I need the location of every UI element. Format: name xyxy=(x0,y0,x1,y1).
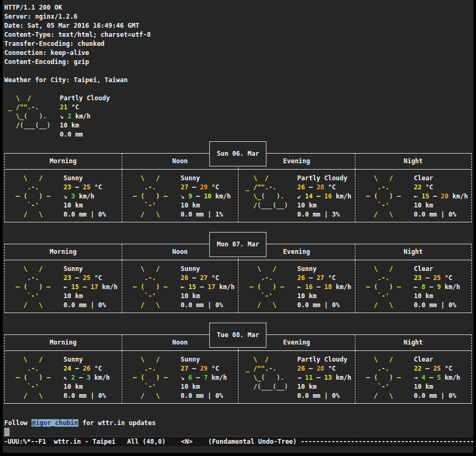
sunny-icon: \ / .-. – ( ) – `-' / \ xyxy=(359,265,414,310)
temperature-range: 22 – 25 °C xyxy=(414,364,461,373)
condition: Partly Cloudy xyxy=(297,355,351,364)
weather-detail-lines: Sunny23 – 25 °C← 15 – 17 km/h10 km0.0 mm… xyxy=(64,265,117,310)
condition: Sunny xyxy=(297,265,351,274)
sunny-icon: \ / .-. – ( ) – `-' / \ xyxy=(359,355,414,401)
precipitation: 0.0 mm | 3% xyxy=(297,210,351,219)
forecast-cell-noon: \ / .-. – ( ) – `-' / \Sunny27 – 29 °C↘ … xyxy=(122,170,239,222)
precipitation: 0.0 mm | 0% xyxy=(181,391,227,401)
emacs-modeline: -UUU:%*--F1 wttr.in - Taipei All (48,0) … xyxy=(3,436,473,446)
sunny-icon: \ / .-. – ( ) – `-' / \ xyxy=(125,174,181,219)
forecast-cell-morning: \ / .-. – ( ) – `-' / \Sunny23 – 25 °C← … xyxy=(5,260,122,313)
column-header-morning: Morning xyxy=(5,335,122,350)
forecast-cell-evening: \ / _ /"".-. \_( ). /(___(__)Partly Clou… xyxy=(238,170,355,222)
wind: ← 8 – 9 km/h xyxy=(414,283,461,292)
precipitation: 0.0 mm | 0% xyxy=(414,391,461,401)
weather-detail-lines: Sunny27 – 29 °C↘ 6 – 7 km/h10 km0.0 mm |… xyxy=(181,355,227,401)
sunny-icon: \ / .-. – ( ) – `-' / \ xyxy=(359,174,414,219)
precipitation: 0.0 mm | 0% xyxy=(414,210,468,219)
twitter-link[interactable]: @igor_chubin xyxy=(31,419,79,427)
wind: → 4 – 5 km/h xyxy=(414,373,461,382)
column-header-night: Night xyxy=(355,154,472,169)
precipitation: 0.0 mm | 1% xyxy=(181,210,231,219)
visibility: 10 km xyxy=(297,292,351,301)
condition: Clear xyxy=(414,355,461,364)
terminal-window: HTTP/1.1 200 OK Server: nginx/1.2.6 Date… xyxy=(3,0,473,453)
condition: Sunny xyxy=(181,355,227,364)
footer-text-pre: Follow xyxy=(4,419,31,427)
current-weather-details: Partly Cloudy21 °C↘ 2 km/h10 km0.0 mm xyxy=(60,94,110,139)
precipitation: 0.0 mm | 0% xyxy=(414,301,461,310)
condition: Sunny xyxy=(181,174,231,183)
temperature-range: 23 – 25 °C xyxy=(64,183,106,192)
visibility: 10 km xyxy=(181,292,235,301)
wind: ↘ 6 – 7 km/h xyxy=(181,373,227,382)
sunny-icon: \ / .-. – ( ) – `-' / \ xyxy=(125,265,181,310)
forecast-cell-night: \ / .-. – ( ) – `-' / \Clear23 – 25 °C← … xyxy=(355,260,472,313)
forecast-cell-noon: \ / .-. – ( ) – `-' / \Sunny26 – 27 °C← … xyxy=(122,260,239,313)
weather-detail-lines: Partly Cloudy26 – 28 °C↙ 14 – 16 km/h10 … xyxy=(297,174,351,219)
day-label: Tue 08. Mar xyxy=(209,323,266,348)
temperature-range: 26 – 28 °C xyxy=(297,183,351,192)
condition: Partly Cloudy xyxy=(60,94,110,103)
weather-detail-lines: Clear22 °C← 15 – 20 km/h10 km0.0 mm | 0% xyxy=(414,174,468,219)
condition: Partly Cloudy xyxy=(297,174,351,183)
visibility: 10 km xyxy=(297,201,351,210)
forecast-body-row: \ / .-. – ( ) – `-' / \Sunny23 – 25 °C↘ … xyxy=(5,170,471,222)
column-header-morning: Morning xyxy=(5,154,122,169)
precipitation: 0.0 mm | 0% xyxy=(297,391,351,401)
visibility: 10 km xyxy=(60,121,110,130)
visibility: 10 km xyxy=(64,201,106,210)
weather-detail-lines: Sunny27 – 29 °C↘ 9 – 10 km/h10 km0.0 mm … xyxy=(181,174,231,219)
column-header-night: Night xyxy=(355,335,472,350)
day-label: Sun 06. Mar xyxy=(209,141,266,166)
wind: ← 15 – 20 km/h xyxy=(414,192,468,201)
temperature-range: 26 – 28 °C xyxy=(297,364,351,373)
visibility: 10 km xyxy=(297,382,351,391)
wind: → 11 – 13 km/h xyxy=(297,373,351,382)
forecast-cell-night: \ / .-. – ( ) – `-' / \Clear22 – 25 °C→ … xyxy=(355,351,472,403)
partly-cloudy-icon: \ / _ /"".-. \_( ). /(___(__) xyxy=(242,355,297,391)
weather-detail-lines: Sunny26 – 27 °C← 15 – 17 km/h10 km0.0 mm… xyxy=(181,265,235,310)
wind: ← 15 – 17 km/h xyxy=(181,283,235,292)
terminal-content: HTTP/1.1 200 OK Server: nginx/1.2.6 Date… xyxy=(3,0,473,437)
visibility: 10 km xyxy=(181,201,231,210)
precipitation: 0.0 mm | 0% xyxy=(64,301,117,310)
current-weather-icon: \ / _ /"".-. \_( ). /(___(__) xyxy=(4,94,60,130)
condition: Sunny xyxy=(64,174,106,183)
wind: ↘ 3 km/h xyxy=(64,192,106,201)
sunny-icon: \ / .-. – ( ) – `-' / \ xyxy=(242,265,297,310)
temperature-range: 27 – 29 °C xyxy=(181,364,227,373)
visibility: 10 km xyxy=(64,382,110,391)
column-header-night: Night xyxy=(355,244,472,260)
forecast-days: Sun 06. MarMorningNoonEveningNight \ / .… xyxy=(4,153,473,404)
partly-cloudy-icon: \ / _ /"".-. \_( ). /(___(__) xyxy=(242,174,297,210)
location-line: Weather for City: Taipei, Taiwan xyxy=(4,76,473,85)
column-header-morning: Morning xyxy=(5,244,122,260)
precipitation: 0.0 mm | 0% xyxy=(64,391,110,401)
condition: Clear xyxy=(414,265,461,274)
visibility: 10 km xyxy=(414,292,461,301)
precipitation: 0.0 mm | 0% xyxy=(64,210,106,219)
weather-detail-lines: Clear23 – 25 °C← 8 – 9 km/h10 km0.0 mm |… xyxy=(414,265,461,310)
sunny-icon: \ / .-. – ( ) – `-' / \ xyxy=(8,265,64,310)
forecast-cell-morning: \ / .-. – ( ) – `-' / \Sunny23 – 25 °C↘ … xyxy=(5,170,122,222)
precipitation: 0.0 mm | 0% xyxy=(297,301,351,310)
wind: ← 15 – 17 km/h xyxy=(64,283,117,292)
http-response-headers: HTTP/1.1 200 OK Server: nginx/1.2.6 Date… xyxy=(4,3,473,67)
forecast-cell-evening: \ / .-. – ( ) – `-' / \Sunny26 – 27 °C← … xyxy=(238,260,355,313)
visibility: 10 km xyxy=(64,292,117,301)
precipitation: 0.0 mm xyxy=(60,130,110,139)
weather-detail-lines: Partly Cloudy26 – 28 °C→ 11 – 13 km/h10 … xyxy=(297,355,351,401)
sunny-icon: \ / .-. – ( ) – `-' / \ xyxy=(125,355,181,401)
visibility: 10 km xyxy=(414,382,461,391)
wind: ↖ 2 – 3 km/h xyxy=(64,373,110,382)
condition: Sunny xyxy=(181,265,235,274)
condition: Sunny xyxy=(64,265,117,274)
forecast-cell-morning: \ / .-. – ( ) – `-' / \Sunny24 – 26 °C↖ … xyxy=(5,351,122,403)
temperature-range: 21 °C xyxy=(60,103,110,112)
forecast-cell-evening: \ / _ /"".-. \_( ). /(___(__)Partly Clou… xyxy=(238,351,355,403)
forecast-day: Sun 06. MarMorningNoonEveningNight \ / .… xyxy=(4,153,472,222)
forecast-day: Tue 08. MarMorningNoonEveningNight \ / .… xyxy=(4,334,472,404)
day-label: Mon 07. Mar xyxy=(209,232,266,257)
temperature-range: 24 – 26 °C xyxy=(64,364,110,373)
